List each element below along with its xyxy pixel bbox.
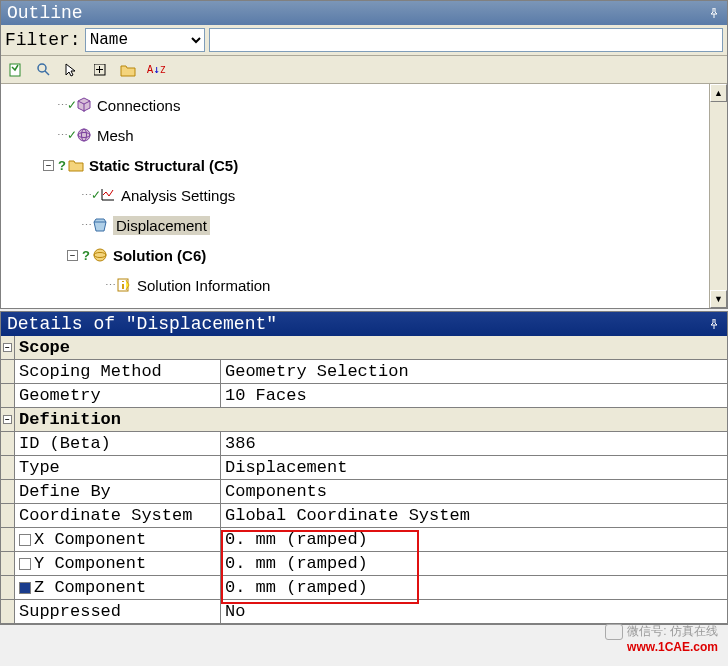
prop-value[interactable]: Global Coordinate System — [221, 504, 727, 527]
scroll-track[interactable] — [710, 102, 727, 290]
tree-item-solution-info[interactable]: ⋯ Solution Information — [5, 270, 705, 300]
filter-row: Filter: Name — [1, 25, 727, 56]
tree-item-mesh[interactable]: ⋯ ✓ Mesh — [5, 120, 705, 150]
details-row-x-component[interactable]: X Component 0. mm (ramped) — [1, 528, 727, 552]
tree-label: Connections — [97, 97, 180, 114]
pin-icon[interactable] — [707, 317, 721, 331]
prop-label: Define By — [15, 480, 221, 503]
folder-icon[interactable] — [119, 61, 137, 79]
tree-scrollbar[interactable]: ▲ ▼ — [709, 84, 727, 308]
details-row-id[interactable]: ID (Beta) 386 — [1, 432, 727, 456]
details-row-coord-system[interactable]: Coordinate System Global Coordinate Syst… — [1, 504, 727, 528]
details-group-scope[interactable]: − Scope — [1, 336, 727, 360]
outline-title-bar: Outline — [1, 1, 727, 25]
tree-label: Solution Information — [137, 277, 270, 294]
tree-label: Mesh — [97, 127, 134, 144]
search-icon[interactable] — [35, 61, 53, 79]
tree-area: ⋯ ✓ Connections ⋯ ✓ Mesh − — [1, 84, 727, 308]
checkbox-filled-icon[interactable] — [19, 582, 31, 594]
details-row-suppressed[interactable]: Suppressed No — [1, 600, 727, 624]
details-row-y-component[interactable]: Y Component 0. mm (ramped) — [1, 552, 727, 576]
details-row-z-component[interactable]: Z Component 0. mm (ramped) — [1, 576, 727, 600]
details-table: − Scope Scoping Method Geometry Selectio… — [1, 336, 727, 624]
tree-line: ⋯ — [105, 279, 115, 292]
question-icon: ? — [82, 248, 90, 263]
outline-title: Outline — [7, 3, 83, 23]
outline-tree[interactable]: ⋯ ✓ Connections ⋯ ✓ Mesh − — [1, 84, 709, 308]
tree-line: ⋯ — [57, 99, 67, 112]
tree-label: Displacement — [113, 216, 210, 235]
outline-toolbar: A↓Z — [1, 56, 727, 84]
prop-value[interactable]: Components — [221, 480, 727, 503]
svg-point-6 — [94, 249, 106, 261]
pin-icon[interactable] — [707, 6, 721, 20]
prop-label: Scoping Method — [15, 360, 221, 383]
prop-label: Geometry — [15, 384, 221, 407]
details-group-definition[interactable]: − Definition — [1, 408, 727, 432]
svg-point-3 — [78, 129, 90, 141]
question-icon: ? — [58, 158, 66, 173]
sort-icon[interactable]: A↓Z — [147, 61, 165, 79]
collapse-icon[interactable]: − — [67, 250, 78, 261]
details-panel: Details of "Displacement" − Scope Scopin… — [0, 311, 728, 625]
prop-value[interactable]: 386 — [221, 432, 727, 455]
prop-value[interactable]: 0. mm (ramped) — [221, 552, 727, 575]
group-label: Definition — [15, 408, 727, 431]
cube-icon — [75, 96, 93, 114]
tree-item-solution[interactable]: − ? Solution (C6) — [5, 240, 705, 270]
details-title: Details of "Displacement" — [7, 314, 277, 334]
box-icon — [91, 216, 109, 234]
scroll-down-button[interactable]: ▼ — [710, 290, 727, 308]
scroll-up-button[interactable]: ▲ — [710, 84, 727, 102]
sphere-icon — [75, 126, 93, 144]
details-row-type[interactable]: Type Displacement — [1, 456, 727, 480]
prop-label: Z Component — [15, 576, 221, 599]
cursor-icon[interactable] — [63, 61, 81, 79]
folder-icon — [67, 156, 85, 174]
info-icon — [115, 276, 133, 294]
tree-label: Solution (C6) — [113, 247, 206, 264]
tree-line: ⋯ — [81, 219, 91, 232]
details-title-bar: Details of "Displacement" — [1, 312, 727, 336]
filter-input[interactable] — [209, 28, 723, 52]
prop-label: Suppressed — [15, 600, 221, 623]
watermark: 微信号: 仿真在线 www.1CAE.com — [605, 623, 718, 654]
tree-item-static-structural[interactable]: − ? Static Structural (C5) — [5, 150, 705, 180]
prop-value[interactable]: 10 Faces — [221, 384, 727, 407]
prop-value[interactable]: 0. mm (ramped) — [221, 576, 727, 599]
tree-item-displacement[interactable]: ⋯ Displacement — [5, 210, 705, 240]
prop-label: Type — [15, 456, 221, 479]
prop-label: Coordinate System — [15, 504, 221, 527]
collapse-icon[interactable]: − — [3, 415, 12, 424]
group-label: Scope — [15, 336, 727, 359]
wechat-icon — [605, 624, 623, 640]
checkbox-icon[interactable] — [19, 534, 31, 546]
outline-panel: Outline Filter: Name A↓Z — [0, 0, 728, 309]
expand-icon[interactable] — [91, 61, 109, 79]
refresh-icon[interactable] — [7, 61, 25, 79]
details-row-define-by[interactable]: Define By Components — [1, 480, 727, 504]
prop-label: ID (Beta) — [15, 432, 221, 455]
filter-label: Filter: — [5, 30, 81, 50]
details-row-scoping-method[interactable]: Scoping Method Geometry Selection — [1, 360, 727, 384]
tree-line: ⋯ — [57, 129, 67, 142]
chart-icon — [99, 186, 117, 204]
tree-item-connections[interactable]: ⋯ ✓ Connections — [5, 90, 705, 120]
prop-value[interactable]: Geometry Selection — [221, 360, 727, 383]
prop-label: X Component — [15, 528, 221, 551]
sphere-yellow-icon — [91, 246, 109, 264]
tree-line: ⋯ — [81, 189, 91, 202]
collapse-icon[interactable]: − — [43, 160, 54, 171]
details-row-geometry[interactable]: Geometry 10 Faces — [1, 384, 727, 408]
prop-value[interactable]: Displacement — [221, 456, 727, 479]
prop-value[interactable]: 0. mm (ramped) — [221, 528, 727, 551]
filter-select[interactable]: Name — [85, 28, 205, 52]
tree-label: Static Structural (C5) — [89, 157, 238, 174]
svg-point-1 — [38, 64, 46, 72]
prop-value[interactable]: No — [221, 600, 727, 623]
tree-item-analysis-settings[interactable]: ⋯ ✓ Analysis Settings — [5, 180, 705, 210]
tree-label: Analysis Settings — [121, 187, 235, 204]
checkbox-icon[interactable] — [19, 558, 31, 570]
prop-label: Y Component — [15, 552, 221, 575]
collapse-icon[interactable]: − — [3, 343, 12, 352]
